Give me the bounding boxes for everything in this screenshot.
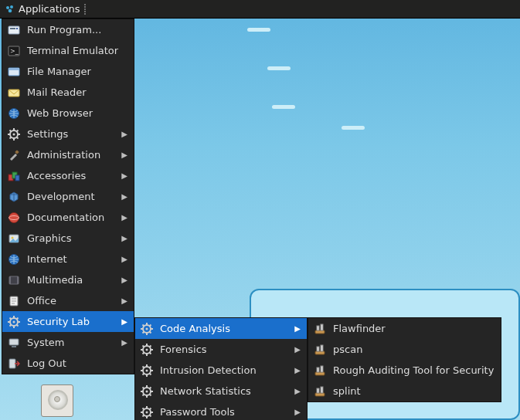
menu-item-label: Intrusion Detection bbox=[160, 364, 287, 376]
menu-item-label: Terminal Emulator bbox=[27, 45, 127, 56]
svg-line-69 bbox=[150, 345, 151, 347]
menu-item-settings[interactable]: Settings▶ bbox=[2, 124, 134, 144]
menu-item-label: Password Tools bbox=[160, 406, 287, 418]
svg-line-45 bbox=[17, 324, 19, 326]
submenu-arrow-icon: ▶ bbox=[293, 324, 301, 333]
menu-item-label: Accessories bbox=[27, 170, 114, 181]
menu-item-file-manager[interactable]: File Manager bbox=[2, 61, 134, 82]
submenu-arrow-icon: ▶ bbox=[120, 213, 127, 222]
security-item-code-analysis[interactable]: Code Analysis▶ bbox=[135, 318, 307, 339]
submenu-arrow-icon: ▶ bbox=[120, 338, 127, 347]
menu-item-security-lab[interactable]: Security Lab▶ bbox=[2, 311, 134, 332]
menu-item-accessories[interactable]: Accessories▶ bbox=[2, 165, 134, 186]
applications-menu-button[interactable]: Applications bbox=[17, 3, 83, 15]
tool-icon bbox=[313, 384, 327, 398]
svg-rect-110 bbox=[315, 393, 325, 396]
submenu-arrow-icon: ▶ bbox=[120, 234, 127, 242]
menu-item-development[interactable]: Development▶ bbox=[2, 186, 134, 207]
menu-item-run-program[interactable]: Run Program... bbox=[2, 19, 134, 40]
gear-icon bbox=[140, 405, 154, 419]
svg-rect-48 bbox=[9, 339, 19, 345]
svg-point-62 bbox=[146, 348, 148, 351]
menu-item-label: Graphics bbox=[27, 232, 114, 244]
svg-line-47 bbox=[10, 324, 12, 326]
security-lab-submenu: Code Analysis▶Forensics▶Intrusion Detect… bbox=[134, 317, 308, 420]
submenu-arrow-icon: ▶ bbox=[293, 387, 301, 395]
svg-line-46 bbox=[17, 317, 19, 319]
xfce-logo-icon bbox=[3, 2, 17, 16]
security-item-forensics[interactable]: Forensics▶ bbox=[135, 339, 307, 360]
svg-line-18 bbox=[10, 130, 12, 131]
code-item-pscan[interactable]: pscan bbox=[308, 339, 501, 360]
menu-item-label: Internet bbox=[27, 253, 114, 265]
menu-item-label: Office bbox=[27, 295, 114, 307]
accessories-icon bbox=[7, 169, 21, 183]
menu-item-graphics[interactable]: Graphics▶ bbox=[2, 228, 134, 249]
tool-icon bbox=[313, 322, 327, 336]
svg-point-52 bbox=[146, 327, 148, 330]
desktop-drive-icon[interactable] bbox=[36, 384, 79, 417]
svg-line-77 bbox=[143, 366, 144, 368]
code-item-flawfinder[interactable]: Flawfinder bbox=[308, 318, 501, 339]
system-icon bbox=[7, 336, 21, 350]
svg-rect-25 bbox=[15, 175, 19, 181]
files-icon bbox=[7, 65, 21, 79]
svg-line-58 bbox=[150, 331, 151, 333]
gear-icon bbox=[140, 364, 154, 378]
menu-item-multimedia[interactable]: Multimedia▶ bbox=[2, 269, 134, 290]
svg-point-29 bbox=[12, 236, 14, 239]
admin-icon bbox=[7, 148, 21, 162]
menu-item-label: Run Program... bbox=[27, 24, 127, 36]
menu-item-label: Code Analysis bbox=[160, 323, 287, 334]
menu-item-internet[interactable]: Internet▶ bbox=[2, 249, 134, 269]
security-item-network-statistics[interactable]: Network Statistics▶ bbox=[135, 381, 307, 401]
svg-line-68 bbox=[150, 352, 151, 354]
media-icon bbox=[7, 273, 21, 287]
submenu-arrow-icon: ▶ bbox=[293, 345, 301, 354]
menu-item-system[interactable]: System▶ bbox=[2, 332, 134, 353]
svg-line-60 bbox=[143, 331, 144, 333]
svg-line-21 bbox=[10, 137, 12, 138]
svg-point-2 bbox=[8, 8, 12, 12]
code-analysis-submenu: FlawfinderpscanRough Auditing Tool for S… bbox=[308, 317, 501, 402]
svg-line-70 bbox=[143, 352, 144, 354]
menu-item-office[interactable]: Office▶ bbox=[2, 290, 134, 311]
menu-item-terminal-emulator[interactable]: >_Terminal Emulator bbox=[2, 40, 134, 61]
submenu-arrow-icon: ▶ bbox=[120, 171, 127, 180]
svg-line-44 bbox=[10, 317, 12, 319]
menu-item-administration[interactable]: Administration▶ bbox=[2, 144, 134, 165]
submenu-arrow-icon: ▶ bbox=[293, 366, 301, 374]
security-item-intrusion-detection[interactable]: Intrusion Detection▶ bbox=[135, 360, 307, 381]
svg-line-99 bbox=[150, 408, 151, 409]
logout-icon bbox=[7, 357, 21, 371]
submenu-arrow-icon: ▶ bbox=[120, 276, 127, 284]
code-item-splint[interactable]: splint bbox=[308, 381, 501, 401]
svg-point-0 bbox=[6, 6, 9, 9]
menu-item-label: Documentation bbox=[27, 212, 114, 223]
svg-text:>_: >_ bbox=[10, 48, 19, 55]
menu-item-label: Forensics bbox=[160, 344, 287, 355]
submenu-arrow-icon: ▶ bbox=[120, 255, 127, 263]
svg-point-13 bbox=[13, 133, 15, 135]
security-item-password-tools[interactable]: Password Tools▶ bbox=[135, 401, 307, 420]
menu-item-mail-reader[interactable]: Mail Reader bbox=[2, 82, 134, 103]
menu-item-documentation[interactable]: Documentation▶ bbox=[2, 207, 134, 228]
svg-line-79 bbox=[150, 366, 151, 368]
gear-icon bbox=[140, 322, 154, 336]
internet-icon bbox=[7, 252, 21, 266]
svg-rect-3 bbox=[8, 26, 19, 34]
svg-rect-49 bbox=[12, 346, 16, 347]
menu-item-web-browser[interactable]: Web Browser bbox=[2, 103, 134, 124]
svg-point-72 bbox=[146, 369, 148, 371]
svg-line-90 bbox=[143, 394, 144, 395]
svg-line-59 bbox=[150, 324, 151, 326]
submenu-arrow-icon: ▶ bbox=[120, 130, 127, 138]
svg-rect-5 bbox=[16, 28, 18, 29]
menu-item-label: Rough Auditing Tool for Security bbox=[333, 364, 495, 376]
menu-item-log-out[interactable]: Log Out bbox=[2, 353, 134, 374]
gear-icon bbox=[7, 127, 21, 141]
svg-line-98 bbox=[150, 415, 151, 416]
graphics-icon bbox=[7, 232, 21, 246]
code-item-rough-auditing-tool-for-security[interactable]: Rough Auditing Tool for Security bbox=[308, 360, 501, 381]
menu-item-label: splint bbox=[333, 385, 495, 397]
